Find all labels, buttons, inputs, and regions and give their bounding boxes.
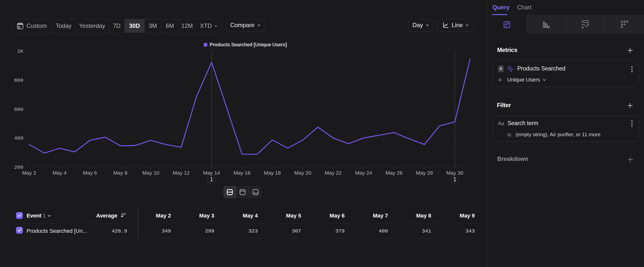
svg-text:May 4: May 4 bbox=[53, 170, 67, 176]
svg-text:May 6: May 6 bbox=[83, 170, 97, 176]
svg-text:May 20: May 20 bbox=[294, 170, 311, 176]
svg-text:200: 200 bbox=[14, 165, 23, 170]
svg-text:May 24: May 24 bbox=[355, 170, 372, 176]
svg-text:1K: 1K bbox=[17, 49, 24, 54]
svg-text:May 10: May 10 bbox=[142, 170, 159, 176]
svg-text:800: 800 bbox=[14, 78, 23, 83]
svg-text:May 22: May 22 bbox=[325, 170, 342, 176]
svg-text:May 26: May 26 bbox=[386, 170, 402, 176]
svg-text:May 30: May 30 bbox=[446, 170, 463, 176]
svg-text:May 14: May 14 bbox=[203, 170, 220, 176]
svg-text:600: 600 bbox=[14, 107, 23, 112]
svg-text:400: 400 bbox=[14, 135, 23, 141]
svg-text:May 18: May 18 bbox=[264, 170, 281, 176]
svg-text:May 2: May 2 bbox=[22, 170, 36, 176]
svg-text:May 12: May 12 bbox=[173, 170, 190, 176]
svg-text:May 8: May 8 bbox=[114, 170, 128, 176]
svg-text:May 28: May 28 bbox=[416, 170, 433, 176]
svg-text:May 16: May 16 bbox=[234, 170, 250, 176]
